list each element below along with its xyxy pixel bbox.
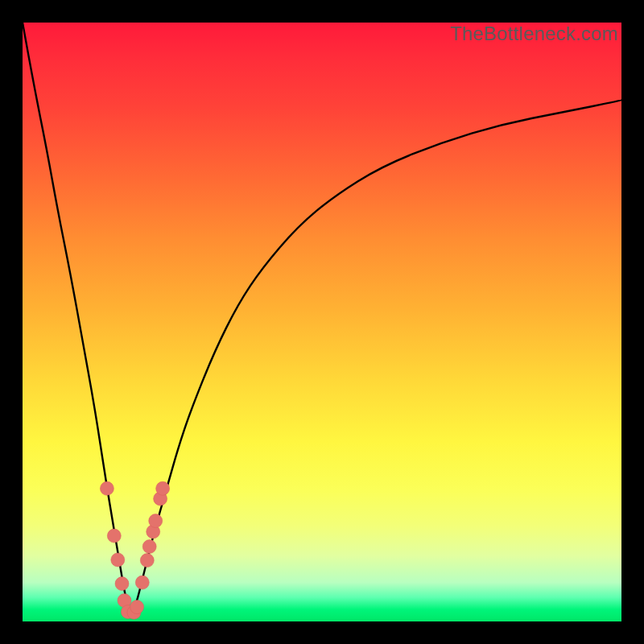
plot-area: TheBottleneck.com	[23, 23, 621, 621]
chart-frame: TheBottleneck.com	[0, 0, 644, 644]
gradient-background	[23, 23, 621, 621]
